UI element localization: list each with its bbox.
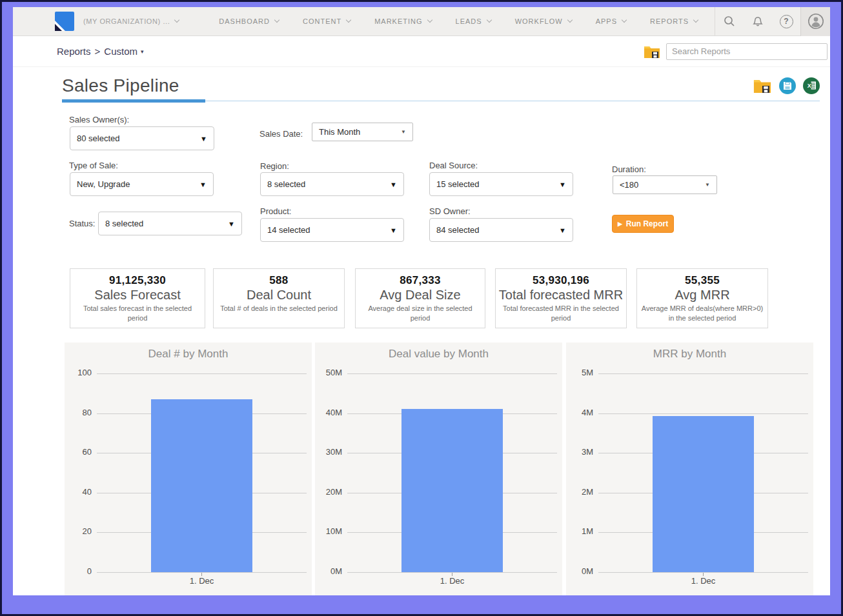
kpi-card-avg-mrr: 55,355 Avg MRR Average MRR of deals(wher… <box>636 268 768 328</box>
status-dropdown[interactable]: 8 selected ▼ <box>98 212 242 235</box>
nav-item-marketing[interactable]: MARKETING <box>374 17 431 25</box>
kpi-title: Sales Forecast <box>70 288 205 303</box>
help-icon[interactable]: ? <box>772 7 800 36</box>
sales-date-dropdown[interactable]: This Month ▼ <box>312 123 413 141</box>
type-of-sale-dropdown[interactable]: New, Upgrade ▼ <box>70 172 214 196</box>
x-axis-label: 1. Dec <box>347 576 557 586</box>
chart-title: MRR by Month <box>566 348 813 361</box>
duration-value: <180 <box>620 180 638 190</box>
nav-item-workflow[interactable]: WORKFLOW <box>515 17 572 25</box>
gridline <box>97 572 307 573</box>
sales-owners-value: 80 selected <box>77 134 120 143</box>
search-icon[interactable] <box>715 7 744 36</box>
app-logo-icon[interactable] <box>55 12 74 31</box>
gridline <box>97 373 307 374</box>
nav-item-label: CONTENT <box>303 17 341 25</box>
save-to-folder-icon[interactable] <box>753 78 772 94</box>
y-tick-label: 80 <box>65 408 92 417</box>
kpi-title: Avg Deal Size <box>356 288 485 303</box>
x-axis-label: 1. Dec <box>598 576 808 586</box>
gridline <box>598 413 808 414</box>
kpi-value: 91,125,330 <box>70 274 205 287</box>
y-tick-label: 100 <box>65 368 92 377</box>
top-navbar: (MY ORGANIZATION) ... DASHBOARD CONTENT … <box>13 7 830 36</box>
region-dropdown[interactable]: 8 selected ▼ <box>260 172 404 196</box>
y-tick-label: 2M <box>566 487 593 497</box>
kpi-title: Total forecasted MRR <box>496 288 626 303</box>
sd-owner-value: 84 selected <box>436 225 480 235</box>
deal-source-dropdown[interactable]: 15 selected ▼ <box>429 172 573 196</box>
y-tick-label: 1M <box>566 526 593 536</box>
deal-source-label: Deal Source: <box>429 161 478 170</box>
dropdown-arrow-icon: ▼ <box>200 135 207 143</box>
sd-owner-dropdown[interactable]: 84 selected ▼ <box>429 218 573 242</box>
y-tick-label: 30M <box>315 447 342 457</box>
y-tick-label: 0M <box>315 566 342 576</box>
nav-item-leads[interactable]: LEADS <box>456 17 491 25</box>
dropdown-arrow-icon: ▼ <box>390 226 397 234</box>
chart-title: Deal # by Month <box>65 348 312 361</box>
organization-selector[interactable]: (MY ORGANIZATION) ... <box>83 17 179 25</box>
y-tick-label: 60 <box>65 447 92 457</box>
organization-label: (MY ORGANIZATION) ... <box>83 17 170 25</box>
type-of-sale-label: Type of Sale: <box>69 161 118 170</box>
breadcrumb-separator: > <box>95 46 101 57</box>
charts-row: Deal # by Month 1. Dec 100806040200 Deal… <box>13 343 830 595</box>
nav-item-label: LEADS <box>456 17 482 25</box>
run-report-label: Run Report <box>626 219 668 228</box>
nav-item-label: APPS <box>596 17 617 25</box>
search-reports-input[interactable] <box>666 43 828 60</box>
y-tick-label: 40M <box>315 408 342 417</box>
dropdown-arrow-icon: ▼ <box>228 220 235 228</box>
dropdown-arrow-icon: ▼ <box>559 181 566 188</box>
gridline <box>598 373 808 374</box>
duration-dropdown[interactable]: <180 ▼ <box>613 175 717 194</box>
sales-owners-dropdown[interactable]: 80 selected ▼ <box>70 126 214 150</box>
nav-item-dashboard[interactable]: DASHBOARD <box>219 17 279 25</box>
gridline <box>598 572 808 573</box>
breadcrumb-reports[interactable]: Reports <box>57 46 91 57</box>
run-report-button[interactable]: ▶ Run Report <box>612 215 674 233</box>
bar[interactable] <box>151 399 252 572</box>
app-page: (MY ORGANIZATION) ... DASHBOARD CONTENT … <box>13 7 830 595</box>
breadcrumb-custom[interactable]: Custom <box>104 46 137 57</box>
sd-owner-label: SD Owner: <box>429 206 471 216</box>
breadcrumb-bar: Reports > Custom ▾ <box>13 36 830 67</box>
product-value: 14 selected <box>267 225 310 235</box>
chevron-down-icon <box>174 17 179 23</box>
kpi-description: Total forecasted MRR in the selected per… <box>496 304 626 323</box>
kpi-card-deal-count: 588 Deal Count Total # of deals in the s… <box>213 268 345 328</box>
dropdown-arrow-icon: ▼ <box>705 182 710 188</box>
chevron-down-icon <box>693 17 698 23</box>
export-excel-icon[interactable]: X <box>803 77 820 94</box>
dropdown-arrow-icon: ▼ <box>401 129 406 135</box>
window-frame: (MY ORGANIZATION) ... DASHBOARD CONTENT … <box>0 0 843 616</box>
notifications-bell-icon[interactable] <box>744 7 772 36</box>
nav-item-label: REPORTS <box>650 17 689 25</box>
bar[interactable] <box>401 409 503 572</box>
nav-item-reports[interactable]: REPORTS <box>650 17 698 25</box>
chevron-down-icon <box>622 17 627 23</box>
kpi-value: 867,333 <box>356 274 485 287</box>
nav-item-content[interactable]: CONTENT <box>303 17 350 25</box>
report-folder-save-icon[interactable] <box>644 45 660 59</box>
page-header: Sales Pipeline <box>62 70 820 101</box>
kpi-description: Total # of deals in the selected period <box>214 304 344 313</box>
user-account-icon[interactable] <box>800 7 830 36</box>
nav-item-apps[interactable]: APPS <box>596 17 626 25</box>
kpi-title: Deal Count <box>214 288 344 303</box>
kpi-title: Avg MRR <box>637 288 767 303</box>
save-report-icon[interactable] <box>779 77 796 94</box>
kpi-value: 588 <box>214 274 344 287</box>
type-of-sale-value: New, Upgrade <box>77 179 130 189</box>
status-label: Status: <box>69 219 95 228</box>
help-glyph: ? <box>784 17 788 26</box>
page-title: Sales Pipeline <box>62 75 179 96</box>
nav-item-label: MARKETING <box>374 17 422 25</box>
bar[interactable] <box>653 416 754 572</box>
product-dropdown[interactable]: 14 selected ▼ <box>260 218 404 242</box>
y-tick-label: 0M <box>566 566 593 576</box>
report-filters: Sales Owner(s): 80 selected ▼ Sales Date… <box>13 104 830 265</box>
svg-text:X: X <box>807 83 811 89</box>
chart-deal-value-by-month: Deal value by Month 1. Dec 50M40M30M20M1… <box>315 343 562 595</box>
